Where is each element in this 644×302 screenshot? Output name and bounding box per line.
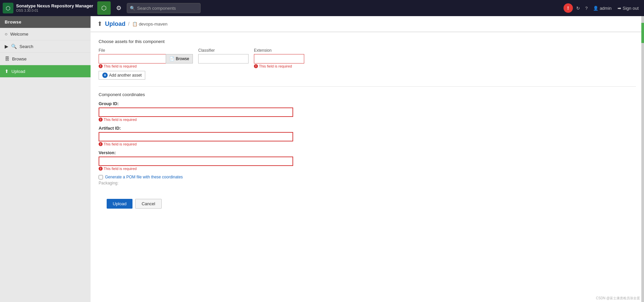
user-menu[interactable]: 👤 admin [591, 4, 613, 12]
signout-icon: ➡ [618, 6, 621, 11]
classifier-input[interactable] [198, 54, 249, 63]
alert-icon[interactable]: ! [564, 3, 573, 13]
app-title: Sonatype Nexus Repository Manager [16, 3, 93, 9]
circle-icon: ○ [5, 31, 7, 37]
artifact-id-error-text: This field is required [104, 142, 137, 146]
file-error-message: ! This field is required [99, 64, 193, 68]
action-buttons: Upload Cancel [99, 192, 636, 215]
breadcrumb-upload-link[interactable]: Upload [105, 20, 125, 28]
extension-error-message: ! This field is required [254, 64, 304, 68]
artifact-id-error-message: ! This field is required [99, 142, 636, 146]
sidebar: Browse ○ Welcome ▶ 🔍 Search 🗄 Browse ⬆ U… [0, 16, 91, 302]
file-label: File [99, 48, 193, 53]
settings-nav-button[interactable]: ⚙ [112, 1, 125, 15]
breadcrumb-repo: 📋 devops-maven [132, 21, 167, 27]
file-input-group: 📄 Browse [99, 54, 193, 63]
scroll-thumb[interactable] [641, 23, 644, 43]
main-layout: Browse ○ Welcome ▶ 🔍 Search 🗄 Browse ⬆ U… [0, 16, 644, 302]
brand-area: ⬡ Sonatype Nexus Repository Manager OSS … [3, 3, 93, 13]
refresh-button[interactable]: ↻ [574, 4, 582, 12]
app-version: OSS 3.30.0-01 [16, 9, 93, 13]
file-error-text: This field is required [104, 64, 137, 68]
version-input[interactable] [99, 157, 293, 166]
sidebar-item-label-search: Search [19, 44, 33, 49]
form-area: Choose assets for this component File 📄 … [91, 32, 644, 302]
user-icon: 👤 [593, 6, 598, 11]
repo-icon: 📋 [132, 21, 138, 27]
file-error-icon: ! [99, 64, 103, 68]
group-id-label: Group ID: [99, 101, 636, 106]
home-nav-button[interactable]: ⬡ [97, 1, 111, 15]
upload-button[interactable]: Upload [107, 199, 132, 209]
extension-input[interactable] [254, 54, 304, 63]
signout-label: Sign out [623, 6, 639, 11]
browse-btn-label: Browse [176, 56, 189, 61]
group-id-input[interactable] [99, 107, 293, 117]
sidebar-item-label-welcome: Welcome [10, 32, 28, 37]
username-label: admin [600, 6, 611, 11]
sidebar-item-browse[interactable]: 🗄 Browse [0, 53, 91, 65]
sidebar-item-search[interactable]: ▶ 🔍 Search [0, 40, 91, 53]
generate-pom-label[interactable]: Generate a POM file with these coordinat… [105, 175, 183, 179]
divider [99, 86, 636, 87]
add-asset-button[interactable]: + Add another asset [99, 71, 145, 80]
artifact-id-row: Artifact ID: ! This field is required [99, 126, 636, 146]
group-id-error-text: This field is required [104, 118, 137, 122]
version-error-icon: ! [99, 167, 103, 171]
choose-assets-title: Choose assets for this component [99, 39, 636, 44]
packaging-label: Packaging: [99, 181, 118, 185]
app-logo-icon: ⬡ [3, 3, 13, 13]
add-asset-label: Add another asset [109, 73, 142, 78]
group-id-error-icon: ! [99, 118, 103, 122]
upload-breadcrumb-icon: ⬆ [97, 20, 102, 28]
cancel-button[interactable]: Cancel [135, 199, 161, 209]
nav-right-area: ! ↻ ? 👤 admin ➡ Sign out [564, 3, 641, 13]
sidebar-header: Browse [0, 16, 91, 28]
artifact-id-error-icon: ! [99, 142, 103, 146]
group-id-row: Group ID: ! This field is required [99, 101, 636, 122]
add-circle-icon: + [102, 73, 108, 78]
help-button[interactable]: ? [583, 4, 590, 12]
asset-row: File 📄 Browse ! This field is required [99, 48, 636, 68]
classifier-label: Classifier [198, 48, 249, 53]
top-navigation: ⬡ Sonatype Nexus Repository Manager OSS … [0, 0, 644, 16]
database-icon: 🗄 [5, 56, 9, 61]
breadcrumb-separator: / [128, 21, 129, 27]
file-text-input[interactable] [99, 54, 166, 63]
group-id-error-message: ! This field is required [99, 118, 636, 122]
search-bar[interactable]: 🔍 Search components [127, 3, 201, 13]
version-label: Version: [99, 150, 636, 155]
sidebar-item-label-browse: Browse [12, 56, 26, 61]
search-icon: 🔍 [11, 44, 17, 49]
sidebar-item-welcome[interactable]: ○ Welcome [0, 28, 91, 40]
version-row: Version: ! This field is required [99, 150, 636, 171]
artifact-id-label: Artifact ID: [99, 126, 636, 131]
version-error-text: This field is required [104, 167, 137, 171]
content-area: ⬆ Upload / 📋 devops-maven Choose assets … [91, 16, 644, 302]
extension-error-icon: ! [254, 64, 258, 68]
sidebar-item-label-upload: Upload [11, 69, 25, 74]
scrollbar[interactable] [641, 16, 644, 302]
extension-label: Extension [254, 48, 304, 53]
upload-icon: ⬆ [5, 69, 9, 74]
breadcrumb-repo-name: devops-maven [139, 21, 167, 27]
search-icon: 🔍 [130, 6, 135, 11]
file-field-group: File 📄 Browse ! This field is required [99, 48, 193, 68]
expand-icon: ▶ [5, 44, 8, 49]
breadcrumb: ⬆ Upload / 📋 devops-maven [91, 16, 644, 32]
sidebar-item-upload[interactable]: ⬆ Upload [0, 65, 91, 78]
brand-text: Sonatype Nexus Repository Manager OSS 3.… [16, 3, 93, 13]
folder-icon: 📄 [169, 56, 174, 61]
generate-pom-checkbox[interactable] [99, 175, 103, 179]
component-coords-title: Component coordinates [99, 92, 636, 97]
classifier-field-group: Classifier [198, 48, 249, 63]
version-error-message: ! This field is required [99, 167, 636, 171]
packaging-row: Packaging: [99, 181, 636, 185]
extension-field-group: Extension ! This field is required [254, 48, 304, 68]
extension-error-text: This field is required [259, 64, 292, 68]
artifact-id-input[interactable] [99, 132, 293, 141]
browse-button[interactable]: 📄 Browse [166, 54, 193, 63]
generate-pom-row: Generate a POM file with these coordinat… [99, 175, 636, 179]
signout-button[interactable]: ➡ Sign out [615, 4, 641, 12]
search-placeholder-text: Search components [137, 6, 176, 11]
